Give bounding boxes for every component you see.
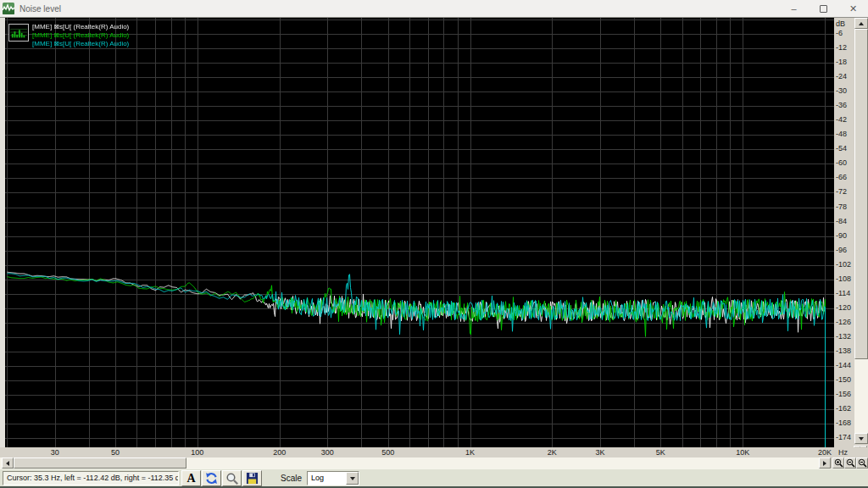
magnifier-plus-icon	[834, 458, 843, 468]
legend-entry-mix-channel: [MME] ⊠s[U[ (Realtek(R) Audio)	[32, 40, 202, 48]
y-tick-label: -12	[836, 44, 854, 52]
legend-entries: [MME] ⊠s[U[ (Realtek(R) Audio) [MME] ⊠s[…	[32, 23, 202, 48]
y-tick-label: -30	[836, 87, 854, 95]
y-zoom-out-button[interactable]	[856, 458, 868, 469]
scroll-down-button[interactable]	[854, 433, 868, 444]
y-tick-label: -162	[836, 405, 854, 413]
y-tick-label: -42	[836, 116, 854, 124]
y-tick-label: -132	[836, 333, 854, 341]
maximize-icon	[820, 5, 827, 13]
y-tick-label: -138	[836, 347, 854, 355]
y-tick-label: -36	[836, 102, 854, 109]
y-tick-label: -66	[836, 174, 854, 181]
x-tick-label: 200	[267, 448, 292, 457]
y-tick-label: -96	[836, 247, 854, 254]
x-tick-label: 2K	[539, 448, 565, 457]
y-tick-label: -114	[836, 290, 854, 297]
y-tick-label: -24	[836, 73, 854, 80]
scale-dropdown[interactable]: Log	[307, 471, 359, 485]
x-tick-label: 1K	[458, 448, 483, 457]
left-arrow-icon	[6, 461, 9, 466]
title-bar: Noise level – ✕	[0, 0, 868, 17]
font-settings-button[interactable]: A	[181, 470, 201, 486]
y-tick-label: -108	[836, 275, 854, 283]
save-button[interactable]	[242, 470, 262, 486]
scale-label: Scale	[281, 474, 302, 483]
zoom-tool-button[interactable]	[222, 470, 242, 486]
x-tick-label: 500	[376, 448, 401, 457]
app-icon	[3, 3, 14, 14]
minimize-button[interactable]: –	[779, 0, 809, 17]
x-tick-label: 3K	[587, 448, 613, 457]
window-title: Noise level	[19, 4, 779, 14]
horizontal-scrollbar-thumb[interactable]	[14, 458, 186, 469]
x-zoom-out-button[interactable]	[844, 458, 856, 469]
vertical-scrollbar-thumb[interactable]	[854, 29, 868, 359]
cursor-status-readout: Cursor: 35.3 Hz, left = -112.42 dB, righ…	[3, 471, 179, 485]
y-tick-label: -60	[836, 159, 854, 167]
x-tick-label: 300	[314, 448, 340, 457]
y-tick-label: -150	[836, 376, 854, 384]
y-axis-unit-label: dB	[836, 19, 845, 28]
x-tick-label: 50	[103, 448, 128, 457]
up-arrow-icon	[859, 22, 864, 25]
dropdown-arrow-button[interactable]	[346, 472, 359, 485]
minimize-icon: –	[791, 3, 796, 14]
letter-a-icon: A	[186, 473, 195, 485]
spectrum-canvas[interactable]	[5, 18, 834, 447]
scale-selected-value: Log	[311, 474, 324, 482]
y-tick-label: -84	[836, 218, 854, 225]
y-tick-label: -144	[836, 362, 854, 369]
refresh-arrows-icon	[205, 472, 218, 485]
magnifier-icon	[225, 472, 239, 485]
refresh-button[interactable]	[202, 470, 221, 486]
y-tick-label: -6	[836, 30, 854, 37]
y-tick-label: -72	[836, 188, 854, 196]
close-button[interactable]: ✕	[838, 0, 868, 17]
scroll-up-button[interactable]	[854, 18, 868, 29]
floppy-disk-icon	[246, 472, 259, 485]
scroll-left-button[interactable]	[2, 458, 14, 469]
noise-level-window: Noise level – ✕ [MME] ⊠s[U[ (Realtek(R)	[0, 0, 868, 488]
magnifier-minus-icon	[858, 458, 867, 468]
mini-spectrum-icon	[10, 25, 27, 40]
x-tick-label: 20K	[812, 448, 837, 457]
bottom-toolbar: Cursor: 35.3 Hz, left = -112.42 dB, righ…	[0, 469, 868, 486]
y-tick-label: -156	[836, 391, 854, 398]
x-tick-label: 30	[42, 448, 68, 457]
x-tick-label: 5K	[648, 448, 673, 457]
y-tick-label: -18	[836, 58, 854, 66]
chevron-down-icon	[350, 477, 355, 480]
y-tick-label: -48	[836, 130, 854, 138]
x-tick-label: 100	[185, 448, 210, 457]
y-tick-label: -168	[836, 419, 854, 427]
y-tick-label: -78	[836, 203, 854, 211]
magnifier-minus-icon	[846, 458, 855, 468]
y-tick-label: -90	[836, 232, 854, 240]
close-icon: ✕	[849, 3, 857, 14]
right-arrow-icon	[823, 461, 826, 466]
x-axis-panel: Hz 30501002003005001K2K3K5K10K20K	[0, 447, 868, 458]
x-zoom-in-button[interactable]	[832, 458, 844, 469]
down-arrow-icon	[859, 437, 864, 441]
y-tick-label: -174	[836, 434, 854, 441]
scroll-right-button[interactable]	[819, 458, 831, 469]
x-axis-unit-label: Hz	[838, 448, 848, 457]
maximize-button[interactable]	[809, 0, 838, 17]
legend-entry-right-channel: [MME] ⊠s[U[ (Realtek(R) Audio)	[32, 31, 202, 40]
legend-entry-left-channel: [MME] ⊠s[U[ (Realtek(R) Audio)	[32, 23, 202, 31]
y-tick-label: -102	[836, 261, 854, 269]
y-tick-label: -126	[836, 319, 854, 326]
y-tick-label: -120	[836, 304, 854, 312]
y-tick-label: -54	[836, 145, 854, 152]
legend-toggle-button[interactable]	[8, 24, 29, 42]
x-tick-label: 10K	[730, 448, 755, 457]
